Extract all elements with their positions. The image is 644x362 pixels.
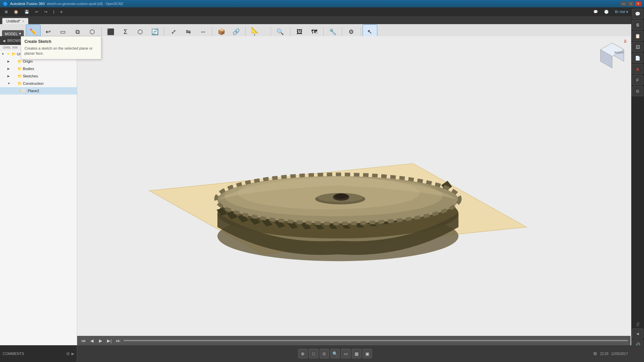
skip-end-button[interactable]: ⏭ bbox=[115, 337, 121, 344]
right-chat-button[interactable]: 💬 bbox=[632, 9, 643, 19]
menu-bar: ⊞ 🏠 💾 ↩ ↪ | ≡ 💬 🕐 Br Hel ▾ ? ▾ bbox=[0, 7, 644, 16]
tree-folder-sketches: 📁 bbox=[17, 74, 22, 78]
viewport-content: RIGHT Z- bbox=[77, 36, 631, 345]
menu-home-icon[interactable]: 🏠 bbox=[11, 9, 21, 15]
right-a-button[interactable]: A bbox=[632, 64, 643, 74]
right-clipboard-button[interactable]: 📋 bbox=[632, 31, 643, 41]
modify1-icon: ⤢ bbox=[171, 29, 176, 35]
menu-user-label[interactable]: Br Hel ▾ bbox=[612, 9, 631, 15]
right-sidebar: 💬 S 📋 🖼 📄 A F ⚙ NL ◀ 🔊 🔈 bbox=[631, 7, 644, 362]
menu-clock-icon[interactable]: 🕐 bbox=[601, 9, 611, 15]
coordinate-axis bbox=[617, 40, 627, 50]
tree-item-sketches[interactable]: ▶ 👁 📁 Sketches bbox=[0, 72, 77, 80]
viewport[interactable]: RIGHT Z- bbox=[77, 36, 631, 345]
browser-tree: ▼ 👁 📁 Untitled ▶ 👁 📁 Origin ▶ 👁 📁 Bodies… bbox=[0, 50, 77, 345]
inspect-icon: 🔍 bbox=[276, 29, 284, 35]
app-title: Autodesk Fusion 360 bbox=[10, 2, 45, 6]
panel-collapse-icon[interactable]: ◀ bbox=[3, 39, 5, 43]
skip-start-button[interactable]: ⏮ bbox=[80, 337, 87, 344]
view-orbit-button[interactable]: ⊙ bbox=[320, 349, 329, 358]
gear-3d-view bbox=[77, 36, 631, 345]
tab-bar: Untitled* × bbox=[0, 16, 644, 24]
make-icon: 🔧 bbox=[329, 29, 336, 35]
tree-item-bodies[interactable]: ▶ 👁 📁 Bodies bbox=[0, 65, 77, 72]
tree-eye-root: 👁 bbox=[7, 52, 10, 56]
close-button[interactable]: ✕ bbox=[635, 1, 641, 6]
create4-icon: 🔄 bbox=[151, 29, 159, 35]
right-f-button[interactable]: F bbox=[632, 75, 643, 85]
playback-bar: ⏮ ◀ ▶ ▶| ⏭ bbox=[77, 336, 631, 345]
assemble2-icon: 🔗 bbox=[232, 29, 240, 35]
comments-settings-icon[interactable]: ⚙ bbox=[66, 351, 70, 356]
timeline-track[interactable] bbox=[123, 340, 628, 341]
step-back-button[interactable]: ◀ bbox=[89, 337, 95, 344]
right-image-button[interactable]: 🖼 bbox=[632, 42, 643, 52]
tree-folder-origin: 📁 bbox=[17, 59, 22, 64]
menu-save-button[interactable]: 💾 bbox=[22, 9, 32, 15]
tooltip-description: Creates a sketch on the selected plane o… bbox=[24, 46, 98, 56]
tab-untitled[interactable]: Untitled* × bbox=[2, 18, 29, 24]
minimize-button[interactable]: — bbox=[621, 1, 627, 6]
play-button[interactable]: ▶ bbox=[97, 337, 104, 344]
tree-folder-construction: 📁 bbox=[17, 81, 22, 86]
right-gear-button[interactable]: ⚙ bbox=[632, 86, 643, 96]
tab-close-icon[interactable]: × bbox=[22, 19, 24, 23]
view-split-button[interactable]: ▭ bbox=[341, 349, 351, 358]
status-date: 12/05/2017 bbox=[611, 352, 628, 356]
tree-arrow-construction: ▼ bbox=[7, 82, 12, 85]
comments-expand-icon[interactable]: ▶ bbox=[71, 352, 74, 356]
svg-text:RIGHT: RIGHT bbox=[614, 51, 624, 54]
left-panel: ◀ BROWSE Units: mm ▼ 👁 📁 Untitled ▶ 👁 📁 … bbox=[0, 36, 77, 345]
settings-icon[interactable]: ⚙ bbox=[593, 351, 597, 356]
tree-label-origin: Origin bbox=[23, 59, 33, 63]
view-home-button[interactable]: ⊕ bbox=[298, 349, 308, 358]
tree-eye-origin: 👁 bbox=[13, 60, 16, 63]
tree-eye-sketches: 👁 bbox=[13, 74, 16, 78]
menu-separator: | bbox=[51, 9, 57, 15]
tree-label-construction: Construction bbox=[23, 81, 44, 85]
tree-folder-root: 📁 bbox=[11, 52, 16, 56]
right-doc-button[interactable]: 📄 bbox=[632, 53, 643, 63]
file-title: sketch-on-generate-custom-spraf-[x8] - O… bbox=[47, 2, 123, 6]
title-bar: 🔷 Autodesk Fusion 360 sketch-on-generate… bbox=[0, 0, 644, 7]
comments-section: COMMENTS ⚙ ▶ bbox=[0, 345, 77, 362]
sketch-icon: ✏️ bbox=[30, 29, 37, 35]
tree-item-construction[interactable]: ▼ 👁 📁 Construction bbox=[0, 80, 77, 87]
tree-label-bodies: Bodies bbox=[23, 67, 34, 71]
tree-label-sketches: Sketches bbox=[23, 74, 38, 78]
status-time: 22:29 bbox=[600, 352, 608, 356]
project-icon: ⧉ bbox=[75, 29, 80, 35]
select-icon: ↖ bbox=[367, 29, 372, 35]
right-expand-button[interactable]: ◀ bbox=[632, 328, 643, 339]
menu-misc-button[interactable]: ≡ bbox=[58, 9, 65, 15]
title-bar-left: 🔷 Autodesk Fusion 360 sketch-on-generate… bbox=[3, 1, 123, 6]
tree-item-plane2[interactable]: ▶ ● ⬜ Plane2 bbox=[0, 87, 77, 95]
view-zoom-button[interactable]: 🔍 bbox=[330, 349, 340, 358]
undo-icon: ↩ bbox=[46, 29, 51, 35]
tree-eye-bodies: 👁 bbox=[13, 67, 16, 71]
app-logo-icon: 🔷 bbox=[3, 1, 8, 6]
right-s-button[interactable]: S bbox=[632, 20, 643, 30]
create3-icon: ⬡ bbox=[138, 29, 143, 35]
view-fit-button[interactable]: □ bbox=[309, 349, 318, 358]
bottom-viewport-controls: ⊕ □ ⊙ 🔍 ▭ ▦ ▣ bbox=[77, 349, 593, 358]
menu-undo-button[interactable]: ↩ bbox=[33, 9, 41, 15]
tree-arrow-root: ▼ bbox=[1, 52, 6, 56]
tree-plane-icon: ⬜ bbox=[22, 89, 26, 93]
bottom-status: ⚙ 22:29 12/05/2017 bbox=[593, 351, 644, 356]
model-arrow-icon: ▾ bbox=[19, 32, 21, 36]
maximize-button[interactable]: □ bbox=[628, 1, 634, 6]
step-forward-button[interactable]: ▶| bbox=[106, 337, 113, 344]
view-grid-button[interactable]: ▦ bbox=[352, 349, 361, 358]
tree-arrow-sketches: ▶ bbox=[7, 74, 12, 78]
menu-chat-icon[interactable]: 💬 bbox=[591, 9, 601, 15]
insert-img-icon: 🖼 bbox=[297, 29, 303, 35]
construct-icon: 📐 bbox=[251, 27, 258, 33]
sum-icon: Σ bbox=[124, 29, 127, 35]
right-nl-label: NL bbox=[636, 322, 640, 327]
view-options-button[interactable]: ▣ bbox=[363, 349, 372, 358]
model-label: MODEL bbox=[5, 32, 18, 36]
menu-redo-button[interactable]: ↪ bbox=[42, 9, 50, 15]
addins-icon: ⚙ bbox=[348, 29, 354, 35]
menu-grid-icon[interactable]: ⊞ bbox=[2, 9, 10, 15]
